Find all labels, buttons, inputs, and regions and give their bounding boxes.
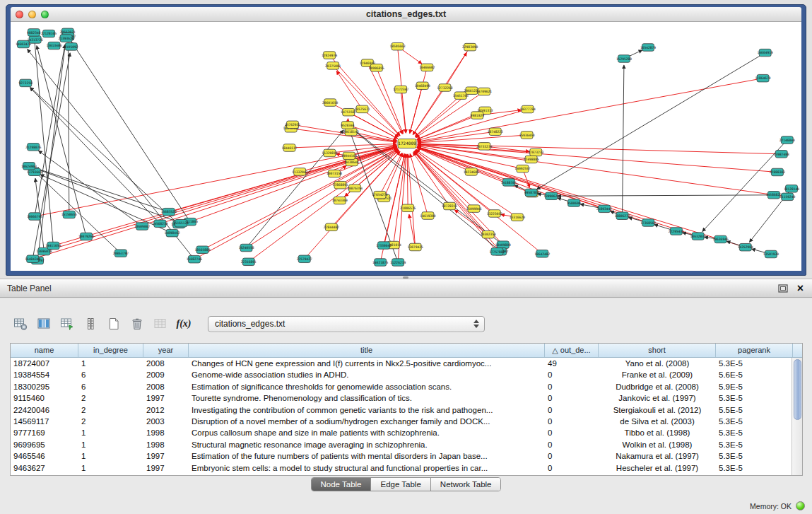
graph-node-label: 13501930 xyxy=(763,252,779,256)
graph-node-label: 14586823 xyxy=(766,193,782,197)
graph-node-label: 18642482 xyxy=(534,252,550,256)
graph-node-label: 19234603 xyxy=(464,170,479,174)
function-builder-button[interactable]: f(x) xyxy=(173,314,194,334)
graph-node-label: 14188361 xyxy=(501,181,517,185)
delete-button[interactable] xyxy=(126,314,148,334)
column-header-title[interactable]: title xyxy=(189,344,545,357)
table-cell: 1998 xyxy=(143,439,189,450)
graph-node-label: 15295280 xyxy=(616,57,632,61)
graph-node-label: 22888383 xyxy=(770,170,785,174)
graph-node-label: 14313726 xyxy=(28,38,43,42)
table-row[interactable]: 969969511998Structural magnetic resonanc… xyxy=(11,439,802,450)
table-cell: 2008 xyxy=(143,381,189,392)
graph-node-label: 15150655 xyxy=(61,213,77,216)
graph-node-label: 9882348 xyxy=(27,31,41,35)
close-panel-icon[interactable]: × xyxy=(797,284,804,293)
new-document-icon xyxy=(107,317,121,331)
graph-node-label: 17757882 xyxy=(489,250,505,254)
node-table: namein_degreeyeartitle△ out_de...shortpa… xyxy=(10,343,803,476)
table-cell: 2 xyxy=(78,416,143,427)
graph-node-label: 22146040 xyxy=(779,139,795,142)
column-header-out_de[interactable]: △ out_de... xyxy=(545,344,599,357)
column-header-year[interactable]: year xyxy=(143,344,189,357)
table-cell: Tibbo et al. (1998) xyxy=(599,427,716,438)
table-cell: 1 xyxy=(78,450,143,462)
table-row[interactable]: 946362711997Embryonic stem cells: a mode… xyxy=(11,462,802,474)
table-row[interactable]: 1872400712008Changes of HCN gene express… xyxy=(11,358,802,369)
graph-node-label: 14664919 xyxy=(758,51,773,54)
network-svg[interactable]: 1724009207332341787323322498885149925571… xyxy=(11,22,801,271)
edit-column-button[interactable] xyxy=(57,314,78,334)
graph-edge xyxy=(71,42,190,221)
graph-node-label: 14411654 xyxy=(45,244,61,247)
graph-node-label: 16466602 xyxy=(419,66,435,69)
graph-node-label: 20601650 xyxy=(322,101,338,105)
table-row[interactable]: 2242004622012Investigating the contribut… xyxy=(11,404,802,416)
window-controls xyxy=(16,11,49,18)
network-canvas[interactable]: 1724009207332341787323322498885149925571… xyxy=(11,22,801,271)
table-cell: 0 xyxy=(545,404,599,416)
column-header-short[interactable]: short xyxy=(599,344,716,357)
table-cell: 5.3E-5 xyxy=(716,450,793,462)
table-cell: 1997 xyxy=(143,450,189,462)
table-row[interactable]: 1456911722003Disruption of a novel membe… xyxy=(11,416,802,427)
tab-edge-table[interactable]: Edge Table xyxy=(371,478,430,491)
tab-network-table[interactable]: Network Table xyxy=(431,478,501,491)
table-row[interactable]: 977716911998Corpus callosum shape and si… xyxy=(11,427,802,438)
table-selector[interactable]: citations_edges.txt xyxy=(208,316,485,332)
graph-node-label: 13987488 xyxy=(774,153,789,156)
column-header-pagerank[interactable]: pagerank xyxy=(716,344,793,357)
show-columns-button[interactable] xyxy=(33,314,54,334)
function-icon: f(x) xyxy=(177,318,192,329)
graph-node-label: 13793661 xyxy=(27,170,42,174)
network-window[interactable]: citations_edges.txt 17240092073323417873… xyxy=(6,4,806,276)
table-cell: 1 xyxy=(78,358,143,369)
tab-node-table[interactable]: Node Table xyxy=(312,478,372,491)
table-row[interactable]: 1938455462009Genome-wide association stu… xyxy=(11,369,802,380)
disabled-table-button[interactable] xyxy=(150,314,171,334)
graph-node-label: 14619300 xyxy=(420,214,435,218)
graph-node-label: 16575671 xyxy=(354,107,370,111)
graph-node-label: 22579427 xyxy=(297,257,312,261)
graph-node-label: 21393624 xyxy=(58,37,73,40)
zoom-button[interactable] xyxy=(41,11,49,18)
table-cell: Estimation of significance thresholds fo… xyxy=(189,381,545,392)
float-panel-icon[interactable] xyxy=(778,284,788,293)
table-row[interactable]: 946554611997Estimation of the future num… xyxy=(11,450,802,462)
table-row[interactable]: 1830029562008Estimation of significance … xyxy=(11,381,802,392)
column-header-in_degree[interactable]: in_degree xyxy=(78,344,143,357)
graph-node-label: 14751587 xyxy=(341,110,356,114)
graph-node-label: 15165124 xyxy=(173,221,189,225)
column-header-name[interactable]: name xyxy=(11,344,78,357)
graph-node-label: 15936450 xyxy=(519,134,534,137)
scrollbar-thumb[interactable] xyxy=(794,359,801,420)
table-row[interactable]: 911546021997Tourette syndrome. Phenomeno… xyxy=(11,392,802,404)
table-cell: 0 xyxy=(545,381,599,392)
graph-node-label: 22316891 xyxy=(241,260,257,264)
table-settings-button[interactable] xyxy=(10,314,31,334)
graph-node-label: 14603474 xyxy=(16,42,31,46)
table-cell: Structural magnetic resonance image aver… xyxy=(189,439,545,450)
graph-edge xyxy=(445,52,466,88)
row-selector-button[interactable] xyxy=(80,314,101,334)
table-cell: 22420046 xyxy=(11,404,78,416)
graph-node-label: 17654270 xyxy=(372,193,387,197)
graph-node-label: 10624963 xyxy=(21,165,37,168)
panel-title: Table Panel xyxy=(7,284,52,293)
table-cell: 2008 xyxy=(143,358,189,369)
close-button[interactable] xyxy=(16,11,23,18)
graph-node-label: 14898462 xyxy=(165,231,180,235)
table-cell: 1 xyxy=(78,427,143,438)
graph-node-label: 22983090 xyxy=(462,45,478,49)
table-tabs-bar: Node TableEdge TableNetwork Table xyxy=(0,477,812,491)
graph-node-label: 17868891 xyxy=(332,183,348,187)
window-titlebar[interactable]: citations_edges.txt xyxy=(11,7,801,22)
minimize-button[interactable] xyxy=(28,11,36,18)
table-cell: 5.5E-5 xyxy=(716,404,793,416)
vertical-scrollbar[interactable] xyxy=(792,358,802,475)
table-header: namein_degreeyeartitle△ out_de...shortpa… xyxy=(11,344,802,358)
window-title: citations_edges.txt xyxy=(11,9,801,19)
graph-edge xyxy=(336,71,362,109)
new-document-button[interactable] xyxy=(103,314,124,334)
table-cell: Embryonic stem cells: a model to study s… xyxy=(189,462,545,474)
